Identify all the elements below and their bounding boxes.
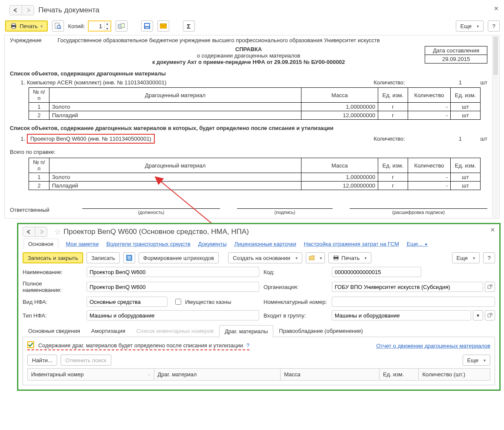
cancel-find-button: Отменить поиск [61, 355, 111, 366]
col-mass[interactable]: Масса [281, 369, 379, 380]
tab-amortization[interactable]: Амортизация [86, 325, 131, 337]
svg-rect-9 [145, 24, 149, 26]
col-inventory[interactable]: Инвентарный номер↓ [28, 369, 154, 380]
col-unit[interactable]: Ед. изм. [379, 369, 419, 380]
list2-title: Список объектов, содержание драгоценных … [10, 125, 487, 131]
close-icon[interactable]: ✕ [494, 5, 499, 12]
svg-rect-10 [145, 27, 149, 29]
attach-button[interactable] [306, 252, 325, 263]
collate-button[interactable] [116, 20, 127, 32]
scrollbar-thumb[interactable] [493, 37, 498, 75]
group-dropdown-button[interactable]: ▼ [473, 310, 483, 320]
link-notes[interactable]: Мои заметки [66, 241, 99, 247]
save-and-close-button[interactable]: Записать и закрыть [23, 252, 83, 263]
nav-forward-button-2[interactable] [35, 227, 47, 237]
scrollbar[interactable] [492, 36, 499, 218]
save-button[interactable]: Записать [87, 252, 120, 263]
doc-title: СПРАВКА [10, 46, 487, 52]
col-qty[interactable]: Количество (шт.) [419, 369, 490, 380]
group-field[interactable] [332, 310, 471, 320]
list2-item: 1. Проектор BenQ W600 (инв. № 1101340500… [16, 134, 487, 144]
email-button[interactable] [157, 20, 169, 32]
hint-icon[interactable]: ? [246, 342, 249, 349]
determined-later-checkbox[interactable] [27, 341, 34, 348]
list1-title: Список объектов, содержащих драгоценные … [10, 70, 487, 77]
item-toolbar: Записать и закрыть Записать Формирование… [23, 252, 495, 263]
institution-label: Учреждение [10, 37, 52, 43]
star-icon[interactable]: ☆ [54, 227, 61, 237]
highlighted-item: Проектор BenQ W600 (инв. № 1101340500001… [27, 134, 155, 144]
item-help-button[interactable]: ? [483, 252, 495, 263]
doc-subtitle1: о содержании драгоценных материалов [10, 52, 487, 59]
code-field[interactable] [332, 267, 421, 277]
name-field[interactable] [87, 267, 259, 277]
fullname-field[interactable] [87, 282, 259, 292]
link-lic[interactable]: Лицензионные карточки [235, 241, 296, 247]
svg-rect-15 [127, 257, 131, 258]
sum-button[interactable]: Σ [183, 20, 195, 32]
copies-spinner[interactable]: ▲ ▼ [88, 20, 111, 32]
print-button-2[interactable]: Печать [328, 252, 372, 263]
date-label: Дата составления [425, 46, 487, 55]
link-docs[interactable]: Документы [198, 241, 227, 247]
find-button[interactable]: Найти... [27, 355, 57, 366]
print-label: Печать [20, 23, 38, 29]
tab-main-info[interactable]: Основные сведения [23, 325, 86, 337]
sort-indicator-icon: ↓ [148, 372, 151, 377]
nav-back-button[interactable] [10, 6, 22, 15]
svg-rect-18 [334, 255, 338, 257]
col-material[interactable]: Драг. материал [154, 369, 281, 380]
tab-precious-materials[interactable]: Драг. материалы [219, 325, 273, 337]
copies-up[interactable]: ▲ [104, 21, 110, 26]
tab-inventory: Список инвентарных номеров [131, 325, 219, 337]
item-more-button[interactable]: Еще [452, 252, 480, 263]
tab-pane: Содержание драг. материалов будет опреде… [23, 337, 495, 385]
table-row: 1 Золото 1,00000000 г - шт [29, 173, 481, 182]
svg-rect-2 [12, 27, 15, 29]
group-label: Входит в группу: [264, 312, 327, 319]
list-button[interactable] [123, 252, 135, 263]
signature-row: Ответственный (должность) (подпись) (рас… [10, 202, 487, 214]
materials-table-1: № п/п Драгоценный материал Масса Ед. изм… [29, 87, 481, 120]
nomenclature-field[interactable] [332, 297, 495, 307]
tabs: Основные сведения Амортизация Список инв… [23, 325, 495, 337]
question-icon-2: ? [487, 255, 490, 261]
nfa-kind-field[interactable] [87, 310, 259, 320]
responsible-label: Ответственный [10, 207, 65, 214]
more-button[interactable]: Еще [456, 20, 484, 32]
link-gsm[interactable]: Настройка отражения затрат на ГСМ [304, 241, 399, 247]
nfa-type-field[interactable] [87, 297, 168, 307]
treasury-label: Имущество казны [185, 299, 231, 305]
tab-rights[interactable]: Правообладание (обременение) [273, 325, 368, 337]
help-button[interactable]: ? [488, 20, 500, 32]
item-window: ☆ Проектор BenQ W600 (Основное средство,… [17, 223, 501, 391]
print-button[interactable]: Печать ▾ [5, 20, 48, 32]
treasury-checkbox[interactable] [175, 299, 181, 305]
svg-rect-19 [334, 259, 338, 260]
nav-buttons [9, 5, 34, 15]
close-icon-2[interactable]: ✕ [490, 227, 495, 233]
pane-more-button[interactable]: Еще [463, 355, 490, 366]
date-box: Дата составления 29.09.2015 [425, 46, 487, 63]
copies-input[interactable] [89, 21, 104, 31]
copies-down[interactable]: ▼ [104, 26, 110, 31]
group-open-button[interactable] [485, 310, 495, 320]
org-open-button[interactable] [485, 282, 495, 292]
report-link[interactable]: Отчет о движении драгоценных материалов [376, 343, 490, 349]
nav-back-button-2[interactable] [23, 227, 35, 237]
institution-value: Государственное образовательное бюджетно… [58, 37, 487, 43]
link-main[interactable]: Основное [23, 239, 58, 249]
link-more[interactable]: Еще... ▼ [407, 241, 428, 247]
item-window-title: Проектор BenQ W600 (Основное средство, Н… [64, 228, 249, 236]
barcode-button[interactable]: Формирование штрихкодов [139, 252, 219, 263]
save-file-button[interactable] [141, 20, 153, 32]
table-row: 1 Золото 1,00000000 г - шт [29, 103, 481, 111]
create-based-button[interactable]: Создать на основании [228, 252, 302, 263]
window-title: Печать документа [38, 6, 99, 14]
link-drivers[interactable]: Водители транспортных средств [107, 241, 191, 247]
nav-forward-button[interactable] [22, 6, 34, 15]
preview-button[interactable] [52, 20, 64, 32]
list1-item: 1. Компьютер ACER (комплект) (инв. № 110… [16, 79, 487, 86]
org-field[interactable] [332, 282, 483, 292]
name-label: Наименование: [23, 269, 82, 275]
